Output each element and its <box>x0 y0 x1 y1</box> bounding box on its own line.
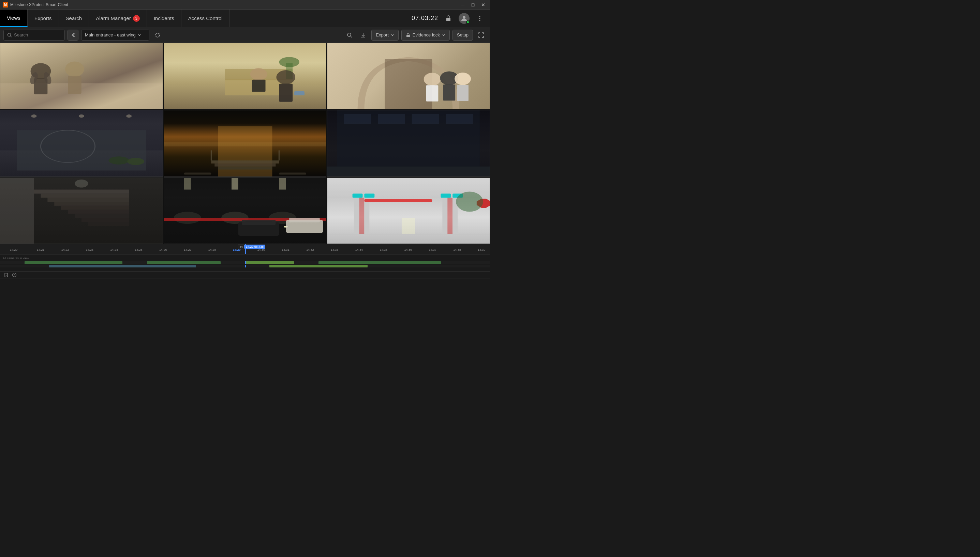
evidence-lock-button[interactable]: Evidence lock <box>401 29 450 41</box>
back-icon <box>70 33 76 38</box>
camera-cell-7[interactable] <box>0 178 163 244</box>
video-overlay-6 <box>327 110 490 176</box>
tab-alarm-manager[interactable]: Alarm Manager 3 <box>89 10 147 27</box>
camera-cell-2[interactable] <box>164 43 327 109</box>
toolbar-right: Export Evidence lock Setup <box>344 29 487 41</box>
nav-right: 07:03:22 <box>407 10 490 27</box>
refresh-button[interactable] <box>152 29 163 41</box>
video-overlay-1 <box>0 43 163 109</box>
close-button[interactable]: ✕ <box>479 1 487 9</box>
camera-cell-8[interactable] <box>164 178 327 244</box>
video-overlay-3 <box>327 43 490 109</box>
refresh-icon <box>154 32 161 39</box>
tab-exports[interactable]: Exports <box>28 10 59 27</box>
timeline-container: 14:20 14:21 14:22 14:23 14:24 14:25 14:2… <box>0 244 490 271</box>
search-icon <box>7 33 12 37</box>
camera-cell-9[interactable] <box>327 178 490 244</box>
timeline-cursor <box>245 244 246 254</box>
lock-icon-button[interactable] <box>442 12 454 24</box>
fullscreen-button[interactable] <box>476 29 487 41</box>
svg-rect-0 <box>446 18 451 21</box>
video-overlay-2 <box>164 43 327 109</box>
view-name: Main entrance - east wing <box>85 33 136 37</box>
svg-line-6 <box>11 36 12 37</box>
online-indicator <box>466 20 470 24</box>
video-overlay-8 <box>164 178 327 244</box>
export-label: Export <box>376 33 389 37</box>
user-avatar[interactable] <box>459 13 470 24</box>
more-menu-button[interactable] <box>474 12 486 24</box>
search-camera-button[interactable] <box>344 29 355 41</box>
view-selector[interactable]: Main entrance - east wing <box>81 29 149 41</box>
bottom-bar <box>0 271 490 278</box>
video-overlay-9 <box>327 178 490 244</box>
svg-point-2 <box>479 16 480 17</box>
bottom-icons <box>3 272 18 278</box>
fullscreen-icon <box>478 32 484 38</box>
svg-point-1 <box>463 16 466 19</box>
export-chevron-icon <box>391 33 394 37</box>
bookmark-icon <box>4 272 8 277</box>
clock-button[interactable] <box>11 272 18 278</box>
more-icon <box>476 15 483 22</box>
lock-icon <box>445 15 452 22</box>
navbar: Views Exports Search Alarm Manager 3 Inc… <box>0 10 490 27</box>
search-input[interactable] <box>14 33 58 37</box>
svg-line-104 <box>14 275 15 275</box>
tab-search[interactable]: Search <box>59 10 89 27</box>
title-bar: M Milestone XProtect Smart Client ─ □ ✕ <box>0 0 490 10</box>
camera-cell-6[interactable] <box>327 110 490 176</box>
evidence-lock-icon <box>406 33 410 37</box>
export-button[interactable]: Export <box>371 29 399 41</box>
maximize-button[interactable]: □ <box>469 1 477 9</box>
minimize-button[interactable]: ─ <box>459 1 467 9</box>
camera-cell-4[interactable] <box>0 110 163 176</box>
video-overlay-4 <box>0 110 163 176</box>
camera-cell-3[interactable] <box>327 43 490 109</box>
svg-rect-10 <box>407 35 410 37</box>
camera-cell-1[interactable] <box>0 43 163 109</box>
svg-point-3 <box>479 18 480 19</box>
svg-point-5 <box>8 33 11 36</box>
evidence-lock-label: Evidence lock <box>413 33 440 37</box>
camera-search-icon <box>346 32 353 38</box>
video-overlay-7 <box>0 178 163 244</box>
svg-marker-101 <box>5 273 8 277</box>
time-cursor-badge: 14:29:56.738 <box>244 244 266 249</box>
setup-label: Setup <box>457 33 469 37</box>
playback-controls: ━ ◀ 1x <box>0 278 490 278</box>
alarm-badge: 3 <box>133 15 140 22</box>
svg-point-4 <box>479 20 480 21</box>
video-grid <box>0 43 490 244</box>
app-title: Milestone XProtect Smart Client <box>10 2 457 7</box>
camera-cell-5[interactable] <box>164 110 327 176</box>
time-display: 07:03:22 <box>412 15 438 22</box>
search-box[interactable] <box>3 29 65 41</box>
bookmark-button[interactable] <box>3 272 10 278</box>
clock-icon <box>12 272 17 277</box>
tab-incidents[interactable]: Incidents <box>147 10 181 27</box>
svg-point-7 <box>348 33 351 36</box>
download-icon <box>360 32 366 38</box>
all-cameras-label: All cameras in view <box>0 256 490 261</box>
app-icon: M <box>3 2 8 8</box>
setup-button[interactable]: Setup <box>452 29 473 41</box>
evidence-lock-chevron-icon <box>442 33 445 37</box>
back-button[interactable] <box>67 29 78 41</box>
tab-access-control[interactable]: Access Control <box>181 10 230 27</box>
download-button[interactable] <box>358 29 369 41</box>
tab-views[interactable]: Views <box>0 10 28 27</box>
toolbar: Main entrance - east wing Export <box>0 27 490 43</box>
svg-line-8 <box>351 36 352 37</box>
video-overlay-5 <box>164 110 327 176</box>
chevron-down-icon <box>138 33 141 37</box>
